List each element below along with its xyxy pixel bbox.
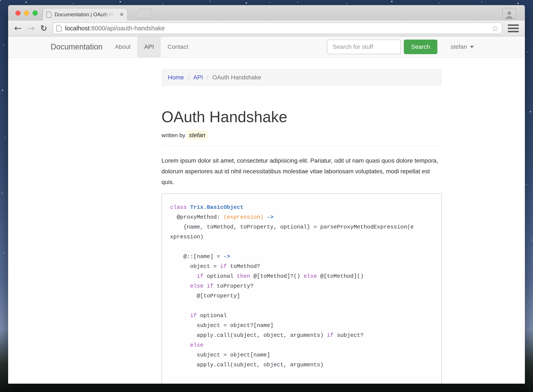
breadcrumb-separator: / [188,74,190,81]
user-dropdown[interactable]: stefan [451,43,474,50]
search-button[interactable]: Search [404,40,437,54]
code-line: if optional then @[toMethod]?() else @[t… [170,271,433,281]
intro-paragraph: Lorem ipsum dolor sit amet, consectetur … [162,155,442,187]
tab-title: Documentation | OAuth Han [55,12,116,18]
nav-item-contact[interactable]: Contact [161,36,195,57]
minimize-window-button[interactable] [24,10,29,16]
page-icon[interactable] [56,25,62,32]
breadcrumb-oauth-handshake: OAuth Handshake [212,74,261,81]
code-line [170,242,433,252]
menu-icon[interactable] [508,24,519,32]
browser-window: Documentation | OAuth Han ✕ ← → ↻ localh… [8,5,525,384]
code-line: else if toProperty? [170,281,433,291]
code-line: if optional [170,311,433,321]
navbar-right: Search stefan [327,36,474,57]
breadcrumb-home[interactable]: Home [168,74,184,81]
zoom-window-button[interactable] [32,10,38,16]
code-line: @[toProperty] [170,291,433,301]
code-line: xpression) [170,232,433,242]
tab-close-icon[interactable]: ✕ [120,12,124,18]
code-line: @::[name] = -> [170,252,433,261]
url-text[interactable]: localhost:8000/api/oauth-handshake [65,25,488,32]
navbar-brand[interactable]: Documentation [51,42,102,51]
web-page: Documentation AboutAPIContact Search ste… [8,36,525,384]
main-content: Home/API/OAuth Handshake OAuth Handshake… [162,69,442,384]
address-bar[interactable]: localhost:8000/api/oauth-handshake ☆ [53,23,502,34]
browser-toolbar: ← → ↻ localhost:8000/api/oauth-handshake… [8,21,525,36]
byline: written by stefan [162,132,442,139]
code-line: object = if toMethod? [170,261,433,271]
new-tab-button[interactable] [135,9,153,18]
code-line: apply.call(subject, object, arguments) i… [170,330,433,340]
nav-item-api[interactable]: API [137,36,161,57]
code-line: else [170,340,433,350]
browser-tab[interactable]: Documentation | OAuth Han ✕ [43,8,127,21]
breadcrumb-api[interactable]: API [193,74,203,81]
page-favicon-icon [46,11,51,18]
navbar-links: AboutAPIContact [108,36,195,57]
user-avatar-icon [505,11,514,19]
code-line: @proxyMethod: (expression) -> [170,212,433,222]
forward-icon[interactable]: → [27,24,35,33]
code-line: class Trix.BasicObject [170,202,433,212]
chevron-down-icon [470,46,474,48]
breadcrumb-separator: / [207,74,209,81]
tab-title-fade [102,12,116,18]
site-navbar: Documentation AboutAPIContact Search ste… [8,36,525,58]
code-line: subject = object?[name] [170,321,433,330]
close-window-button[interactable] [15,10,21,16]
nav-item-about[interactable]: About [108,36,137,57]
page-title: OAuth Handshake [162,108,442,125]
code-line: {name, toMethod, toProperty, optional} =… [170,222,433,232]
code-line: apply.call(subject, object, arguments) [170,360,433,370]
code-block: class Trix.BasicObject @proxyMethod: (ex… [162,193,442,384]
window-controls [15,10,38,16]
tab-strip: Documentation | OAuth Han ✕ [8,5,525,21]
divider [162,145,442,146]
code-line [170,301,433,311]
breadcrumb: Home/API/OAuth Handshake [162,69,442,86]
byline-prefix: written by [162,132,185,138]
search-input[interactable] [327,40,401,54]
code-line: subject = object[name] [170,350,433,360]
reload-icon[interactable]: ↻ [40,24,47,32]
user-name: stefan [451,43,467,50]
back-icon[interactable]: ← [14,24,22,33]
profile-button[interactable] [502,8,516,19]
author-link[interactable]: stefan [187,131,208,140]
bookmark-star-icon[interactable]: ☆ [491,24,498,33]
